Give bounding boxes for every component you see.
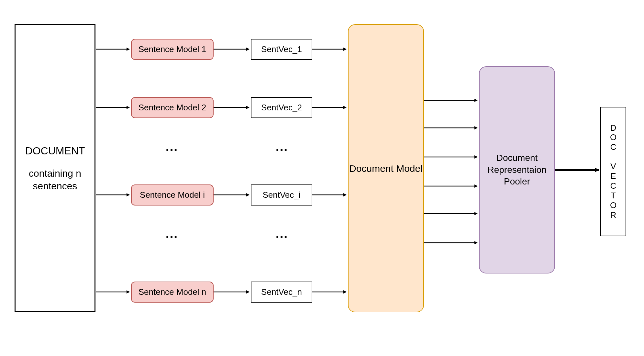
sentence-model-n: Sentence Model n (131, 282, 214, 303)
sentvec-1: SentVec_1 (251, 39, 312, 60)
doc-vector-vertical-text: DOC VECTOR (610, 123, 616, 220)
sentvec-i: SentVec_i (251, 184, 312, 206)
document-model-box: Document Model (348, 24, 424, 312)
ellipsis-models-2: … (165, 227, 178, 241)
sentence-model-2: Sentence Model 2 (131, 97, 214, 118)
sentvec-n: SentVec_n (251, 282, 312, 303)
doc-vector-output-box: DOC VECTOR (600, 107, 626, 236)
ellipsis-vecs-2: … (275, 227, 288, 241)
ellipsis-vecs-1: … (275, 139, 288, 154)
document-representation-pooler-box: Document Representaion Pooler (479, 66, 555, 273)
document-input-box: DOCUMENT containing n sentences (15, 24, 95, 312)
document-subtitle: containing n sentences (16, 167, 94, 192)
diagram-canvas: DOCUMENT containing n sentences Sentence… (0, 0, 644, 356)
sentence-model-1: Sentence Model 1 (131, 39, 214, 60)
sentence-model-i: Sentence Model i (131, 184, 214, 206)
document-title: DOCUMENT (25, 144, 85, 158)
sentvec-2: SentVec_2 (251, 97, 312, 118)
ellipsis-models-1: … (165, 139, 178, 154)
